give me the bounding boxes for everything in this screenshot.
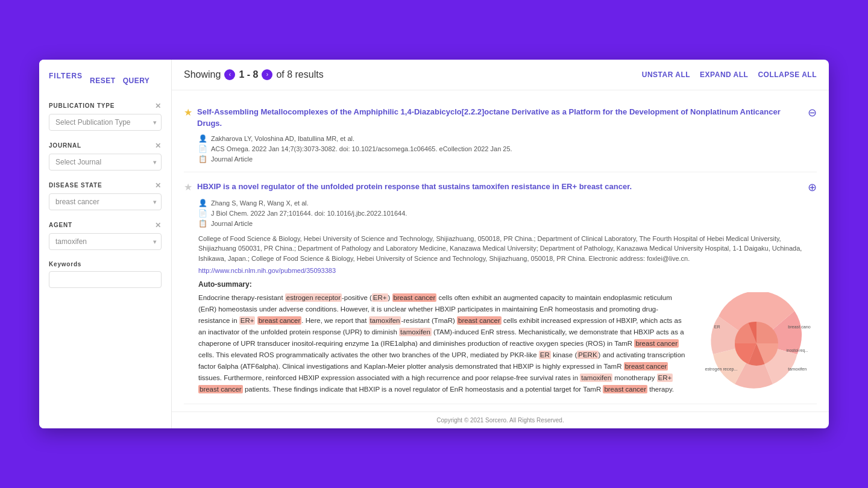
main-content: Showing ‹ 1 - 8 › of 8 results UNSTAR AL… bbox=[172, 60, 829, 428]
publication-type-filter: PUBLICATION TYPE ✕ Select Publication Ty… bbox=[49, 102, 162, 131]
star-icon[interactable]: ★ bbox=[184, 107, 192, 118]
article-type: Journal Article bbox=[211, 155, 253, 163]
authors-row: 👤 Zakharova LY, Voloshina AD, Ibatullina… bbox=[198, 134, 817, 143]
expanded-content: College of Food Science & Biology, Hebei… bbox=[198, 234, 817, 395]
next-page-button[interactable]: › bbox=[262, 69, 272, 80]
result-title[interactable]: Self-Assembling Metallocomplexes of the … bbox=[197, 106, 798, 130]
highlight-estrogen-receptor: estrogen receptor bbox=[285, 293, 342, 302]
type-row: 📋 Journal Article bbox=[198, 155, 817, 163]
highlight-breast-cancer-2: breast cancer bbox=[257, 316, 302, 325]
disease-state-select[interactable]: breast cancer bbox=[49, 193, 162, 210]
journal-close[interactable]: ✕ bbox=[155, 142, 162, 150]
prev-page-button[interactable]: ‹ bbox=[224, 69, 235, 80]
keywords-label: Keywords bbox=[49, 261, 162, 267]
authors-text: Zakharova LY, Voloshina AD, Ibatullina M… bbox=[211, 135, 354, 142]
showing-label: Showing bbox=[184, 69, 221, 80]
summary-text-col: Endocrine therapy-resistant estrogen rec… bbox=[198, 292, 687, 395]
expand-icon[interactable]: ⊖ bbox=[808, 106, 817, 119]
results-area: ★ Self-Assembling Metallocomplexes of th… bbox=[172, 90, 829, 411]
sidebar: FILTERS RESET QUERY PUBLICATION TYPE ✕ S… bbox=[39, 60, 172, 428]
table-row: ★ HBXIP is a novel regulator of the unfo… bbox=[184, 172, 817, 404]
publication-type-select-wrapper: Select Publication Type bbox=[49, 114, 162, 131]
pub-link[interactable]: http://www.ncbi.nlm.nih.gov/pubmed/35093… bbox=[198, 267, 817, 274]
result-title-2[interactable]: HBXIP is a novel regulator of the unfold… bbox=[197, 181, 798, 193]
result-title-row: ★ Self-Assembling Metallocomplexes of th… bbox=[184, 106, 817, 130]
highlight-breast-cancer-5: breast cancer bbox=[624, 362, 668, 371]
highlight-breast-cancer-4: breast cancer bbox=[634, 339, 679, 348]
pie-label-tamoxifen: tamoxifen bbox=[788, 366, 807, 372]
results-total: of 8 results bbox=[276, 69, 323, 80]
journal-label: JOURNAL ✕ bbox=[49, 142, 162, 150]
main-header: Showing ‹ 1 - 8 › of 8 results UNSTAR AL… bbox=[172, 60, 829, 90]
journal-row-2: 📄 J Biol Chem. 2022 Jan 27;101644. doi: … bbox=[198, 209, 817, 217]
header-actions: UNSTAR ALL EXPAND ALL COLLAPSE ALL bbox=[642, 70, 817, 79]
publication-type-label: PUBLICATION TYPE ✕ bbox=[49, 102, 162, 110]
journal-text: ACS Omega. 2022 Jan 14;7(3):3073-3082. d… bbox=[211, 145, 512, 152]
article-type-2: Journal Article bbox=[211, 220, 253, 227]
highlight-tamoxifen-2: tamoxifen bbox=[399, 328, 432, 336]
expand-icon-2[interactable]: ⊕ bbox=[808, 181, 817, 194]
agent-select[interactable]: tamoxifen bbox=[49, 233, 162, 250]
affiliation-text: College of Food Science & Biology, Hebei… bbox=[198, 234, 817, 264]
highlight-er-plus: ER+ bbox=[372, 293, 388, 302]
author-icon-2: 👤 bbox=[198, 199, 207, 207]
type-icon: 📋 bbox=[198, 155, 207, 163]
unstar-all-button[interactable]: UNSTAR ALL bbox=[642, 70, 690, 79]
pie-chart-container: breast cancer tamoxifen ER estrogen rece… bbox=[696, 292, 817, 395]
journal-filter: JOURNAL ✕ Select Journal bbox=[49, 142, 162, 170]
collapse-all-button[interactable]: COLLAPSE ALL bbox=[758, 70, 817, 79]
highlight-er-kinase: ER bbox=[539, 351, 551, 359]
keywords-filter: Keywords bbox=[49, 261, 162, 288]
journal-select-wrapper: Select Journal bbox=[49, 154, 162, 170]
filters-title: FILTERS bbox=[49, 72, 83, 80]
disease-state-close[interactable]: ✕ bbox=[155, 181, 162, 190]
type-row-2: 📋 Journal Article bbox=[198, 219, 817, 228]
filter-actions: FILTERS RESET QUERY bbox=[49, 72, 162, 90]
pie-label-er: ER bbox=[714, 324, 720, 330]
auto-summary-label: Auto-summary: bbox=[198, 280, 817, 289]
publication-type-select[interactable]: Select Publication Type bbox=[49, 114, 162, 131]
journal-row: 📄 ACS Omega. 2022 Jan 14;7(3):3073-3082.… bbox=[198, 145, 817, 153]
highlight-breast-cancer-7: breast cancer bbox=[603, 385, 647, 393]
highlight-perk: PERK bbox=[577, 351, 598, 359]
highlight-er-plus-3: ER+ bbox=[657, 374, 673, 382]
showing-text: Showing ‹ 1 - 8 › of 8 results bbox=[184, 69, 324, 80]
table-row: ★ Self-Assembling Metallocomplexes of th… bbox=[184, 98, 817, 172]
result-title-row-2: ★ HBXIP is a novel regulator of the unfo… bbox=[184, 181, 817, 194]
reset-button[interactable]: RESET bbox=[90, 72, 116, 90]
agent-select-wrapper: tamoxifen bbox=[49, 233, 162, 250]
authors-text-2: Zhang S, Wang R, Wang X, et al. bbox=[211, 199, 309, 207]
agent-label: AGENT ✕ bbox=[49, 221, 162, 230]
journal-icon-2: 📄 bbox=[198, 209, 207, 217]
summary-row: Endocrine therapy-resistant estrogen rec… bbox=[198, 292, 817, 395]
highlight-tamoxifen-3: tamoxifen bbox=[580, 374, 612, 382]
result-meta: 👤 Zakharova LY, Voloshina AD, Ibatullina… bbox=[198, 134, 817, 163]
agent-close[interactable]: ✕ bbox=[155, 221, 162, 230]
pie-chart: breast cancer tamoxifen ER estrogen rece… bbox=[702, 292, 811, 395]
author-icon: 👤 bbox=[198, 134, 207, 143]
copyright-text: Copyright © 2021 Sorcero. All Rights Res… bbox=[172, 411, 829, 428]
publication-type-close[interactable]: ✕ bbox=[155, 102, 162, 110]
journal-select[interactable]: Select Journal bbox=[49, 154, 162, 170]
result-meta-2: 👤 Zhang S, Wang R, Wang X, et al. 📄 J Bi… bbox=[198, 199, 817, 228]
page-range: 1 - 8 bbox=[239, 69, 258, 80]
journal-icon: 📄 bbox=[198, 145, 207, 153]
pie-label-breast-cancer: breast cancer bbox=[788, 324, 811, 330]
highlight-breast-cancer-6: breast cancer bbox=[198, 385, 243, 393]
star-icon-2[interactable]: ★ bbox=[184, 181, 192, 193]
agent-filter: AGENT ✕ tamoxifen bbox=[49, 221, 162, 250]
query-button[interactable]: QUERY bbox=[123, 72, 150, 90]
pie-label-inositol: inositol-req... bbox=[787, 348, 808, 353]
keywords-input[interactable] bbox=[49, 271, 162, 288]
journal-text-2: J Biol Chem. 2022 Jan 27;101644. doi: 10… bbox=[211, 210, 407, 217]
app-container: FILTERS RESET QUERY PUBLICATION TYPE ✕ S… bbox=[39, 60, 829, 428]
type-icon-2: 📋 bbox=[198, 219, 207, 228]
summary-text: Endocrine therapy-resistant estrogen rec… bbox=[198, 292, 687, 395]
pie-label-estrogen-receptor: estrogen recep... bbox=[705, 366, 738, 372]
disease-state-label: DISEASE STATE ✕ bbox=[49, 181, 162, 190]
highlight-er-plus-2: ER+ bbox=[239, 316, 256, 325]
highlight-tamoxifen-1: tamoxifen bbox=[369, 316, 401, 325]
expand-all-button[interactable]: EXPAND ALL bbox=[700, 70, 748, 79]
highlight-breast-cancer-1: breast cancer bbox=[392, 293, 437, 302]
disease-state-filter: DISEASE STATE ✕ breast cancer bbox=[49, 181, 162, 210]
